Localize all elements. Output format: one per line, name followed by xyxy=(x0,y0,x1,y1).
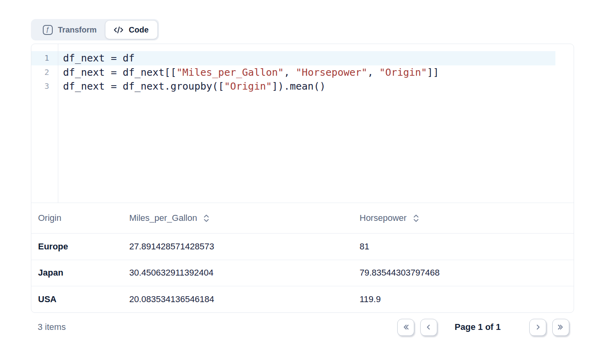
tab-code[interactable]: Code xyxy=(105,21,157,39)
cell-origin: Europe xyxy=(31,241,122,252)
next-page-icon xyxy=(533,322,543,332)
table-footer: 3 items Page 1 of 1 xyxy=(31,313,574,341)
next-page-button[interactable] xyxy=(529,319,546,336)
cell-miles-per-gallon: 20.083534136546184 xyxy=(122,294,353,305)
gutter-divider xyxy=(58,44,58,203)
cell-origin: Japan xyxy=(31,268,122,278)
code-line-text: df_next = df xyxy=(58,51,135,65)
code-line: 3 df_next = df_next.groupby(["Origin"]).… xyxy=(31,79,555,94)
last-page-icon xyxy=(556,322,566,332)
function-icon: ƒ xyxy=(43,25,53,35)
sort-icon xyxy=(413,214,419,223)
tab-transform[interactable]: ƒ Transform xyxy=(33,21,105,39)
line-number: 1 xyxy=(31,51,58,65)
code-line-text: df_next = df_next[["Miles_per_Gallon", "… xyxy=(58,65,439,80)
sort-icon xyxy=(203,214,210,223)
column-header-miles_per_gallon: Miles_per_Gallon xyxy=(122,213,353,223)
items-count: 3 items xyxy=(31,322,66,332)
column-header-horsepower: Horsepower xyxy=(353,213,574,223)
table-header: Origin Miles_per_Gallon Horsepower xyxy=(31,203,574,234)
cell-horsepower: 119.9 xyxy=(353,294,574,305)
pagination: Page 1 of 1 xyxy=(397,319,574,336)
table-row: Europe 27.891428571428573 81 xyxy=(31,234,574,260)
tab-code-label: Code xyxy=(129,25,149,34)
code-lines: 1 df_next = df 2 df_next = df_next[["Mil… xyxy=(31,51,574,94)
table-row: USA 20.083534136546184 119.9 xyxy=(31,286,574,313)
tab-transform-label: Transform xyxy=(58,25,97,34)
sort-button[interactable] xyxy=(203,214,210,223)
line-number: 2 xyxy=(31,65,58,80)
sort-button[interactable] xyxy=(413,214,419,223)
table-body: Europe 27.891428571428573 81 Japan 30.45… xyxy=(31,234,574,313)
column-header-label: Horsepower xyxy=(360,213,407,223)
cell-miles-per-gallon: 27.891428571428573 xyxy=(122,241,353,252)
column-header-label: Miles_per_Gallon xyxy=(129,213,197,223)
column-header-label: Origin xyxy=(38,213,61,223)
table-row: Japan 30.450632911392404 79.835443037974… xyxy=(31,260,574,287)
code-line-text: df_next = df_next.groupby(["Origin"]).me… xyxy=(58,79,325,94)
line-number: 3 xyxy=(31,79,58,94)
code-editor[interactable]: 1 df_next = df 2 df_next = df_next[["Mil… xyxy=(31,44,574,203)
code-icon xyxy=(113,26,124,34)
column-header-origin: Origin xyxy=(31,213,122,223)
cell-miles-per-gallon: 30.450632911392404 xyxy=(122,268,353,278)
code-line: 2 df_next = df_next[["Miles_per_Gallon",… xyxy=(31,65,555,80)
editor-mode-tabs: ƒ Transform Code xyxy=(31,19,159,40)
transform-cell: ƒ Transform Code 1 df_next = df 2 df_nex… xyxy=(0,0,601,364)
previous-page-icon xyxy=(424,322,433,332)
cell-horsepower: 79.83544303797468 xyxy=(353,268,574,278)
previous-page-button[interactable] xyxy=(420,319,437,336)
first-page-icon xyxy=(401,322,410,332)
last-page-button[interactable] xyxy=(552,319,569,336)
cell-origin: USA xyxy=(31,294,122,305)
code-results-panel: 1 df_next = df 2 df_next = df_next[["Mil… xyxy=(31,44,574,313)
first-page-button[interactable] xyxy=(397,319,414,336)
page-indicator: Page 1 of 1 xyxy=(455,322,501,332)
cell-horsepower: 81 xyxy=(353,241,574,252)
code-line: 1 df_next = df xyxy=(31,51,555,65)
